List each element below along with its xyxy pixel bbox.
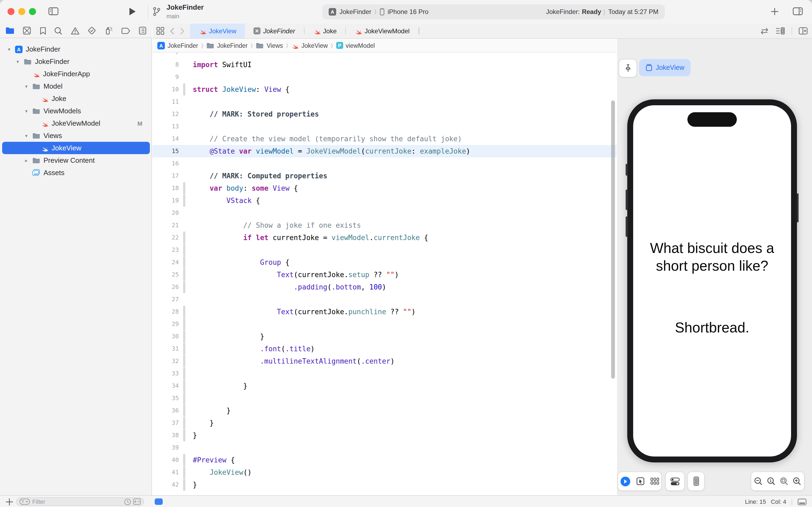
disclosure-triangle[interactable]: ▾ [23, 133, 29, 138]
code-line-37[interactable]: 37 } [153, 417, 617, 429]
close-window-button[interactable] [7, 8, 14, 15]
code-line-28[interactable]: 28 Text(currentJoke.punchline ?? "") [153, 305, 617, 318]
code-line-20[interactable]: 20 [153, 207, 617, 219]
file-row-jokeviewmodel[interactable]: JokeViewModelM [0, 117, 152, 129]
file-row-joke[interactable]: Joke [0, 92, 152, 105]
disclosure-triangle[interactable]: ▾ [23, 83, 29, 89]
navigator-sidebar-toggle-button[interactable] [48, 7, 59, 15]
source-control-filter-icon[interactable] [133, 498, 141, 505]
project-navigator-icon[interactable] [5, 27, 14, 35]
disclosure-triangle[interactable]: ▾ [15, 59, 20, 64]
file-row-jokeview[interactable]: JokeView [0, 142, 152, 154]
source-editor[interactable]: 78import SwiftUI910struct JokeView: View… [153, 53, 617, 495]
recent-files-filter-icon[interactable] [124, 498, 131, 505]
code-review-icon[interactable] [760, 27, 769, 35]
file-row-model[interactable]: ▾Model [0, 80, 152, 92]
code-line-23[interactable]: 23 [153, 244, 617, 256]
code-line-12[interactable]: 12 // MARK: Stored properties [153, 108, 617, 120]
preview-screen[interactable]: What biscuit does a short person like? S… [633, 105, 791, 456]
code-line-34[interactable]: 34 } [153, 380, 617, 392]
code-line-31[interactable]: 31 .font(.title) [153, 343, 617, 355]
scheme-destination[interactable]: iPhone 16 Pro [388, 8, 428, 15]
variants-button[interactable] [650, 477, 659, 485]
file-row-jokefinder[interactable]: ▾JokeFinder [0, 55, 152, 68]
breadcrumb-item-jokefinder[interactable]: JokeFinder [206, 42, 247, 49]
code-line-29[interactable]: 29 [153, 318, 617, 330]
tab-jokefinder[interactable]: JokeFinder [245, 23, 304, 38]
related-items-icon[interactable] [156, 27, 164, 35]
code-line-38[interactable]: 38} [153, 429, 617, 442]
breadcrumb-item-jokefinder[interactable]: AJokeFinder [157, 42, 198, 49]
zoom-out-button[interactable] [754, 477, 763, 486]
file-row-assets[interactable]: Assets [0, 167, 152, 179]
code-line-15[interactable]: 15 @State var viewModel = JokeViewModel(… [153, 145, 617, 157]
code-line-16[interactable]: 16 [153, 157, 617, 170]
disclosure-triangle[interactable]: ▾ [6, 47, 12, 52]
code-line-32[interactable]: 32 .multilineTextAlignment(.center) [153, 355, 617, 368]
zoom-window-button[interactable] [29, 8, 36, 15]
minimize-window-button[interactable] [18, 8, 25, 15]
code-line-18[interactable]: 18 var body: some View { [153, 182, 617, 194]
find-navigator-icon[interactable] [54, 26, 62, 35]
breadcrumb-item-views[interactable]: Views [256, 42, 283, 49]
add-file-button[interactable] [5, 498, 13, 506]
bookmarks-navigator-icon[interactable] [40, 26, 46, 35]
breakpoints-navigator-icon[interactable] [121, 27, 130, 34]
pin-preview-button[interactable] [619, 59, 637, 77]
code-line-36[interactable]: 36 } [153, 404, 617, 417]
code-line-39[interactable]: 39 [153, 442, 617, 454]
run-button[interactable] [128, 7, 136, 16]
code-line-24[interactable]: 24 Group { [153, 256, 617, 269]
reports-navigator-icon[interactable] [138, 26, 147, 35]
scheme-project[interactable]: JokeFinder [339, 8, 371, 15]
disclosure-triangle[interactable]: ▸ [23, 158, 29, 163]
code-line-9[interactable]: 9 [153, 71, 617, 83]
zoom-fit-button[interactable] [780, 477, 789, 486]
code-line-7[interactable]: 7 [153, 53, 617, 59]
file-row-jokefinderapp[interactable]: JokeFinderApp [0, 68, 152, 80]
tests-navigator-icon[interactable] [88, 26, 96, 35]
zoom-100-button[interactable]: 1 [767, 477, 775, 486]
code-line-27[interactable]: 27 [153, 293, 617, 305]
preview-target-chip[interactable]: JokeView [639, 59, 691, 76]
issues-navigator-icon[interactable] [71, 26, 79, 35]
inspector-sidebar-toggle-button[interactable] [793, 7, 803, 15]
file-row-jokefinder[interactable]: ▾AJokeFinder [0, 43, 152, 55]
live-preview-button[interactable] [620, 476, 630, 486]
editor-scrollbar[interactable] [611, 101, 615, 379]
code-line-21[interactable]: 21 // Show a joke if one exists [153, 219, 617, 231]
tab-joke[interactable]: Joke [304, 23, 345, 38]
code-line-14[interactable]: 14 // Create the view model (temporarily… [153, 133, 617, 145]
code-line-35[interactable]: 35 [153, 392, 617, 404]
breadcrumb-item-jokeview[interactable]: JokeView [291, 42, 328, 49]
breadcrumb-item-viewmodel[interactable]: PviewModel [336, 42, 375, 49]
debug-navigator-icon[interactable] [105, 26, 113, 35]
debug-area-toggle-icon[interactable] [798, 498, 807, 505]
tab-jokeview[interactable]: JokeView [190, 23, 245, 38]
code-line-42[interactable]: 42} [153, 478, 617, 491]
tab-jokeviewmodel[interactable]: JokeViewModel [346, 23, 418, 38]
code-line-8[interactable]: 8import SwiftUI [153, 59, 617, 71]
code-line-41[interactable]: 41 JokeView() [153, 466, 617, 478]
add-tab-button[interactable] [771, 7, 779, 15]
selectable-preview-button[interactable] [636, 477, 644, 486]
go-back-button[interactable] [170, 27, 175, 35]
adjust-editor-options-icon[interactable] [775, 27, 785, 35]
zoom-in-button[interactable] [793, 477, 801, 486]
code-line-10[interactable]: 10struct JokeView: View { [153, 83, 617, 96]
filter-field[interactable]: Filter [16, 497, 144, 506]
code-line-40[interactable]: 40#Preview { [153, 454, 617, 466]
scheme-selector[interactable]: A JokeFinder 〉 iPhone 16 Pro JokeFinder:… [322, 4, 665, 19]
preview-device-button[interactable] [687, 471, 705, 491]
code-line-22[interactable]: 22 if let currentJoke = viewModel.curren… [153, 231, 617, 244]
code-line-19[interactable]: 19 VStack { [153, 194, 617, 207]
file-row-views[interactable]: ▾Views [0, 129, 152, 142]
code-line-25[interactable]: 25 Text(currentJoke.setup ?? "") [153, 269, 617, 281]
code-line-13[interactable]: 13 [153, 120, 617, 133]
device-settings-button[interactable] [665, 471, 685, 491]
code-line-30[interactable]: 30 } [153, 330, 617, 343]
code-line-17[interactable]: 17 // MARK: Computed properties [153, 170, 617, 182]
disclosure-triangle[interactable]: ▾ [23, 108, 29, 114]
code-line-26[interactable]: 26 .padding(.bottom, 100) [153, 281, 617, 293]
code-line-33[interactable]: 33 [153, 368, 617, 380]
